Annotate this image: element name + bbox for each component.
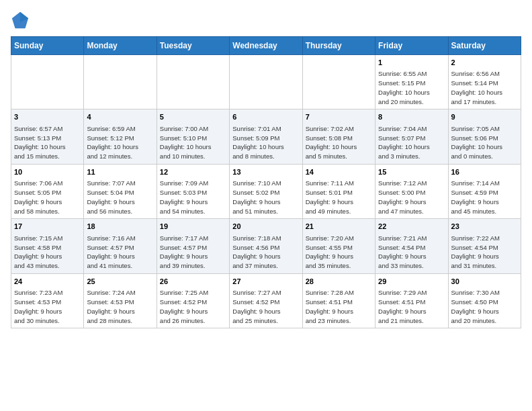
- day-info: Sunrise: 7:11 AM Sunset: 5:01 PM Dayligh…: [306, 179, 372, 216]
- calendar-cell: 30Sunrise: 7:30 AM Sunset: 4:50 PM Dayli…: [448, 273, 521, 328]
- day-number: 1: [378, 58, 445, 68]
- calendar-cell: 7Sunrise: 7:02 AM Sunset: 5:08 PM Daylig…: [302, 109, 375, 164]
- day-number: 20: [232, 222, 299, 232]
- day-info: Sunrise: 7:09 AM Sunset: 5:03 PM Dayligh…: [160, 179, 226, 216]
- day-info: Sunrise: 7:21 AM Sunset: 4:54 PM Dayligh…: [378, 234, 445, 271]
- day-info: Sunrise: 7:28 AM Sunset: 4:51 PM Dayligh…: [306, 288, 372, 325]
- day-info: Sunrise: 7:17 AM Sunset: 4:57 PM Dayligh…: [160, 234, 226, 271]
- day-info: Sunrise: 7:12 AM Sunset: 5:00 PM Dayligh…: [378, 179, 445, 216]
- calendar-cell: 27Sunrise: 7:27 AM Sunset: 4:52 PM Dayli…: [230, 273, 302, 328]
- day-info: Sunrise: 6:55 AM Sunset: 5:15 PM Dayligh…: [378, 69, 445, 106]
- calendar-cell: [302, 55, 375, 109]
- calendar-cell: 25Sunrise: 7:24 AM Sunset: 4:53 PM Dayli…: [84, 273, 157, 328]
- calendar-cell: 29Sunrise: 7:29 AM Sunset: 4:51 PM Dayli…: [375, 273, 448, 328]
- day-number: 30: [451, 277, 518, 287]
- day-info: Sunrise: 7:29 AM Sunset: 4:51 PM Dayligh…: [378, 288, 445, 325]
- calendar-cell: 5Sunrise: 7:00 AM Sunset: 5:10 PM Daylig…: [157, 109, 229, 164]
- day-info: Sunrise: 6:56 AM Sunset: 5:14 PM Dayligh…: [451, 69, 518, 106]
- day-number: 21: [306, 222, 372, 232]
- day-number: 19: [160, 222, 226, 232]
- week-row-4: 24Sunrise: 7:23 AM Sunset: 4:53 PM Dayli…: [11, 273, 521, 328]
- calendar-cell: 28Sunrise: 7:28 AM Sunset: 4:51 PM Dayli…: [302, 273, 375, 328]
- day-info: Sunrise: 6:59 AM Sunset: 5:12 PM Dayligh…: [87, 124, 153, 161]
- calendar-cell: 20Sunrise: 7:18 AM Sunset: 4:56 PM Dayli…: [230, 219, 302, 273]
- logo: [11, 11, 32, 30]
- calendar-cell: [230, 55, 302, 109]
- day-number: 15: [378, 167, 445, 177]
- calendar-body: 1Sunrise: 6:55 AM Sunset: 5:15 PM Daylig…: [11, 55, 521, 328]
- day-info: Sunrise: 7:06 AM Sunset: 5:05 PM Dayligh…: [14, 179, 81, 216]
- calendar-cell: [157, 55, 229, 109]
- day-number: 11: [87, 167, 153, 177]
- calendar-cell: [84, 55, 157, 109]
- day-number: 7: [306, 112, 372, 122]
- day-info: Sunrise: 6:57 AM Sunset: 5:13 PM Dayligh…: [14, 124, 81, 161]
- day-info: Sunrise: 7:01 AM Sunset: 5:09 PM Dayligh…: [232, 124, 299, 161]
- day-number: 27: [232, 277, 299, 287]
- calendar-cell: 14Sunrise: 7:11 AM Sunset: 5:01 PM Dayli…: [302, 164, 375, 218]
- calendar-cell: 4Sunrise: 6:59 AM Sunset: 5:12 PM Daylig…: [84, 109, 157, 164]
- day-info: Sunrise: 7:02 AM Sunset: 5:08 PM Dayligh…: [306, 124, 372, 161]
- day-info: Sunrise: 7:14 AM Sunset: 4:59 PM Dayligh…: [451, 179, 518, 216]
- day-number: 3: [14, 112, 81, 122]
- header-sunday: Sunday: [11, 37, 84, 55]
- day-info: Sunrise: 7:07 AM Sunset: 5:04 PM Dayligh…: [87, 179, 153, 216]
- calendar-cell: 3Sunrise: 6:57 AM Sunset: 5:13 PM Daylig…: [11, 109, 84, 164]
- calendar-cell: 9Sunrise: 7:05 AM Sunset: 5:06 PM Daylig…: [448, 109, 521, 164]
- day-info: Sunrise: 7:15 AM Sunset: 4:58 PM Dayligh…: [14, 234, 81, 271]
- calendar-cell: 16Sunrise: 7:14 AM Sunset: 4:59 PM Dayli…: [448, 164, 521, 218]
- header-friday: Friday: [375, 37, 448, 55]
- calendar-cell: 13Sunrise: 7:10 AM Sunset: 5:02 PM Dayli…: [230, 164, 302, 218]
- day-number: 18: [87, 222, 153, 232]
- day-info: Sunrise: 7:16 AM Sunset: 4:57 PM Dayligh…: [87, 234, 153, 271]
- calendar-cell: 24Sunrise: 7:23 AM Sunset: 4:53 PM Dayli…: [11, 273, 84, 328]
- day-number: 26: [160, 277, 226, 287]
- calendar-cell: 17Sunrise: 7:15 AM Sunset: 4:58 PM Dayli…: [11, 219, 84, 273]
- header-thursday: Thursday: [302, 37, 375, 55]
- day-number: 29: [378, 277, 445, 287]
- logo-icon: [11, 11, 30, 30]
- calendar-cell: 18Sunrise: 7:16 AM Sunset: 4:57 PM Dayli…: [84, 219, 157, 273]
- calendar-cell: 26Sunrise: 7:25 AM Sunset: 4:52 PM Dayli…: [157, 273, 229, 328]
- day-info: Sunrise: 7:22 AM Sunset: 4:54 PM Dayligh…: [451, 234, 518, 271]
- calendar-cell: 23Sunrise: 7:22 AM Sunset: 4:54 PM Dayli…: [448, 219, 521, 273]
- day-info: Sunrise: 7:20 AM Sunset: 4:55 PM Dayligh…: [306, 234, 372, 271]
- calendar-cell: 21Sunrise: 7:20 AM Sunset: 4:55 PM Dayli…: [302, 219, 375, 273]
- day-number: 2: [451, 58, 518, 68]
- day-info: Sunrise: 7:04 AM Sunset: 5:07 PM Dayligh…: [378, 124, 445, 161]
- calendar-header: SundayMondayTuesdayWednesdayThursdayFrid…: [11, 37, 521, 55]
- day-number: 28: [306, 277, 372, 287]
- header-monday: Monday: [84, 37, 157, 55]
- day-number: 5: [160, 112, 226, 122]
- calendar-table: SundayMondayTuesdayWednesdayThursdayFrid…: [11, 36, 521, 328]
- day-number: 23: [451, 222, 518, 232]
- day-info: Sunrise: 7:23 AM Sunset: 4:53 PM Dayligh…: [14, 288, 81, 325]
- day-info: Sunrise: 7:24 AM Sunset: 4:53 PM Dayligh…: [87, 288, 153, 325]
- calendar-cell: 8Sunrise: 7:04 AM Sunset: 5:07 PM Daylig…: [375, 109, 448, 164]
- header-saturday: Saturday: [448, 37, 521, 55]
- calendar-cell: 1Sunrise: 6:55 AM Sunset: 5:15 PM Daylig…: [375, 55, 448, 109]
- header-row: SundayMondayTuesdayWednesdayThursdayFrid…: [11, 37, 521, 55]
- day-number: 17: [14, 222, 81, 232]
- day-number: 8: [378, 112, 445, 122]
- week-row-3: 17Sunrise: 7:15 AM Sunset: 4:58 PM Dayli…: [11, 219, 521, 273]
- day-number: 10: [14, 167, 81, 177]
- calendar-cell: 10Sunrise: 7:06 AM Sunset: 5:05 PM Dayli…: [11, 164, 84, 218]
- day-number: 22: [378, 222, 445, 232]
- day-number: 13: [232, 167, 299, 177]
- day-number: 6: [232, 112, 299, 122]
- day-number: 4: [87, 112, 153, 122]
- calendar-cell: 19Sunrise: 7:17 AM Sunset: 4:57 PM Dayli…: [157, 219, 229, 273]
- calendar-cell: [11, 55, 84, 109]
- calendar-cell: 2Sunrise: 6:56 AM Sunset: 5:14 PM Daylig…: [448, 55, 521, 109]
- calendar-cell: 22Sunrise: 7:21 AM Sunset: 4:54 PM Dayli…: [375, 219, 448, 273]
- header-tuesday: Tuesday: [157, 37, 229, 55]
- day-number: 16: [451, 167, 518, 177]
- calendar-cell: 12Sunrise: 7:09 AM Sunset: 5:03 PM Dayli…: [157, 164, 229, 218]
- week-row-1: 3Sunrise: 6:57 AM Sunset: 5:13 PM Daylig…: [11, 109, 521, 164]
- day-info: Sunrise: 7:30 AM Sunset: 4:50 PM Dayligh…: [451, 288, 518, 325]
- week-row-2: 10Sunrise: 7:06 AM Sunset: 5:05 PM Dayli…: [11, 164, 521, 218]
- day-number: 14: [306, 167, 372, 177]
- day-info: Sunrise: 7:25 AM Sunset: 4:52 PM Dayligh…: [160, 288, 226, 325]
- calendar-cell: 15Sunrise: 7:12 AM Sunset: 5:00 PM Dayli…: [375, 164, 448, 218]
